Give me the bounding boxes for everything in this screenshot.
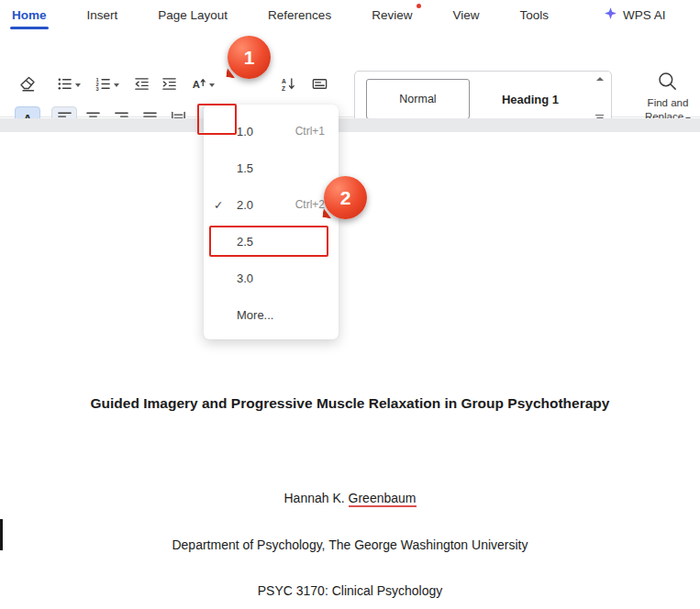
menu-item-spacing-2-5[interactable]: 2.5	[209, 226, 328, 257]
author-prefix: Hannah K.	[284, 491, 349, 505]
decrease-indent-button[interactable]	[128, 72, 154, 98]
checkmark-icon: ✓	[214, 198, 223, 212]
sort-az-icon: AZ	[280, 75, 297, 96]
numbered-list-icon: 123	[94, 75, 112, 96]
style-gallery-scrollbar	[593, 77, 606, 121]
show-marks-button[interactable]	[306, 72, 332, 98]
notification-dot	[417, 4, 421, 8]
menu-item-spacing-2-0[interactable]: ✓ 2.0 Ctrl+2	[204, 186, 339, 223]
ribbon-toolbar: 123 A AZ A Normal He	[0, 29, 700, 117]
find-replace-button[interactable]: Find and Replace	[638, 70, 698, 124]
chevron-down-icon	[114, 83, 119, 87]
tab-page-layout[interactable]: Page Layout	[155, 0, 230, 29]
increase-indent-button[interactable]	[156, 72, 182, 98]
menubar: Home Insert Page Layout References Revie…	[0, 0, 700, 29]
menu-item-spacing-3-0[interactable]: 3.0	[204, 260, 339, 296]
menu-item-label: 1.5	[237, 161, 253, 175]
tab-home[interactable]: Home	[9, 0, 50, 29]
text-cursor	[0, 519, 3, 550]
tab-review[interactable]: Review	[369, 0, 415, 29]
document-title: Guided Imagery and Progressive Muscle Re…	[0, 132, 700, 413]
formatting-marks-icon	[311, 75, 328, 96]
menu-item-label: 1.0	[237, 125, 253, 138]
document-author-line: Hannah K. Greenbaum	[0, 489, 700, 507]
tab-home-label: Home	[12, 8, 47, 22]
sort-button[interactable]: AZ	[275, 72, 301, 98]
eraser-icon	[18, 74, 37, 96]
tab-insert[interactable]: Insert	[84, 0, 121, 29]
tab-tools[interactable]: Tools	[517, 0, 551, 29]
bullet-list-icon	[56, 75, 73, 96]
text-effects-icon: A	[190, 75, 207, 96]
menu-item-shortcut: Ctrl+2	[295, 198, 325, 211]
tab-tools-label: Tools	[519, 8, 549, 22]
tab-page-layout-label: Page Layout	[158, 8, 228, 22]
step-badge-2: 2	[324, 176, 367, 219]
author-surname-misspelled: Greenbaum	[349, 491, 417, 507]
chevron-down-icon	[75, 83, 81, 87]
menu-item-label: 2.0	[237, 198, 253, 212]
find-replace-label-line1: Find and	[638, 96, 698, 110]
svg-text:A: A	[193, 78, 200, 89]
tab-references-label: References	[268, 8, 331, 22]
tab-references[interactable]: References	[265, 0, 334, 29]
menu-item-label: 3.0	[237, 271, 253, 285]
bullet-list-button[interactable]	[51, 72, 85, 98]
style-heading1-label: Heading 1	[502, 93, 559, 106]
style-heading1[interactable]: Heading 1	[476, 79, 584, 119]
tab-wps-ai-label: WPS AI	[623, 8, 666, 22]
tab-view[interactable]: View	[450, 0, 482, 29]
menu-item-label: 2.5	[237, 235, 253, 249]
decrease-indent-icon	[133, 75, 150, 96]
menu-item-label: More...	[237, 308, 273, 322]
line-spacing-menu: 1.0 Ctrl+1 1.5 ✓ 2.0 Ctrl+2 2.5 3.0 More…	[204, 105, 339, 339]
menu-item-shortcut: Ctrl+1	[295, 125, 325, 138]
tab-review-label: Review	[372, 8, 412, 22]
text-effects-button[interactable]: A	[185, 72, 219, 98]
menu-item-spacing-more[interactable]: More...	[204, 296, 339, 333]
svg-text:Z: Z	[281, 84, 284, 91]
style-normal[interactable]: Normal	[366, 79, 470, 119]
increase-indent-icon	[161, 75, 178, 96]
document-affiliation-line: Department of Psychology, The George Was…	[0, 536, 700, 554]
clear-formatting-button[interactable]	[15, 72, 40, 98]
step-badge-1: 1	[228, 36, 271, 79]
style-normal-label: Normal	[399, 93, 436, 105]
chevron-down-icon	[209, 83, 215, 87]
gallery-scroll-up-icon[interactable]	[596, 77, 604, 81]
wps-ai-sparkle-icon	[604, 6, 617, 23]
menu-item-spacing-1-5[interactable]: 1.5	[204, 149, 339, 186]
find-replace-magnifier-icon	[638, 70, 698, 94]
svg-text:3: 3	[95, 86, 98, 92]
menu-item-spacing-1-0[interactable]: 1.0 Ctrl+1	[204, 113, 339, 149]
document-course-line: PSYC 3170: Clinical Psychology	[0, 581, 700, 600]
numbered-list-button[interactable]: 123	[90, 72, 124, 98]
svg-text:A: A	[281, 77, 285, 83]
tab-wps-ai[interactable]: WPS AI	[601, 0, 669, 29]
tab-insert-label: Insert	[87, 8, 118, 22]
tab-view-label: View	[452, 8, 479, 22]
